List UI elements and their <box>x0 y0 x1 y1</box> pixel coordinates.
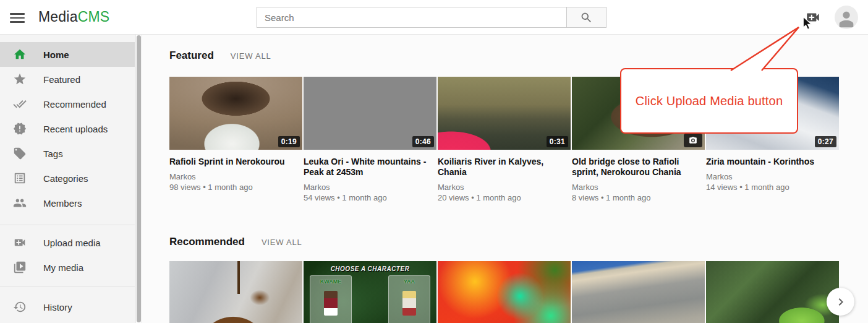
sidebar-item-recent-uploads[interactable]: Recent uploads <box>0 116 135 141</box>
home-icon <box>13 48 27 61</box>
scree-mountain-thumbnail[interactable] <box>572 261 705 323</box>
logo-text-media: Media <box>38 9 78 25</box>
categories-icon <box>13 171 27 185</box>
sidebar-item-categories[interactable]: Categories <box>0 166 135 191</box>
media-title[interactable]: Ziria mountain - Korinthos <box>706 157 839 167</box>
media-author[interactable]: Markos <box>169 172 302 182</box>
media-card: 0:31 Koiliaris River in Kalyves, Chania … <box>438 77 571 203</box>
recommended-view-all-link[interactable]: VIEW ALL <box>262 238 302 247</box>
media-card: CHOOSE A CHARACTER KWAME Selected YAA Se… <box>304 261 436 323</box>
sidebar-item-label: Home <box>43 50 69 60</box>
sidebar-item-home[interactable]: Home <box>0 42 135 67</box>
desert-mountains-thumbnail[interactable]: 0:46 <box>304 77 436 150</box>
media-title[interactable]: Rafioli Sprint in Nerokourou <box>169 157 302 167</box>
sidebar-item-label: Featured <box>43 74 80 85</box>
sidebar-item-label: Tags <box>43 149 63 159</box>
media-meta: 98 views • 1 month ago <box>169 182 302 192</box>
callout-text: Click Upload Media button <box>636 94 783 108</box>
game-character-select-thumbnail[interactable]: CHOOSE A CHARACTER KWAME Selected YAA Se… <box>304 261 436 323</box>
recommended-section-title: Recommended <box>169 236 245 248</box>
duration-badge: 0:31 <box>547 136 568 147</box>
game-character-panel: KWAME Selected <box>310 275 352 323</box>
media-author[interactable]: Markos <box>706 172 839 182</box>
search-bar <box>257 7 606 28</box>
pumpkin-craft-thumbnail[interactable] <box>169 261 302 323</box>
media-meta: 8 views • 1 month ago <box>572 192 705 203</box>
mouse-cursor <box>802 17 814 30</box>
sidebar-item-history[interactable]: History <box>0 295 135 319</box>
new-releases-icon <box>13 122 27 136</box>
mediacms-logo[interactable]: MediaCMS <box>38 9 109 25</box>
tutorial-callout: Click Upload Media button <box>620 68 798 134</box>
sidebar-item-featured[interactable]: Featured <box>0 67 135 92</box>
sidebar-scrollbar-thumb[interactable] <box>137 35 141 322</box>
media-title[interactable]: Old bridge close to Rafioli sprint, Nero… <box>572 157 705 178</box>
game-character-name: KWAME <box>310 278 351 285</box>
my-media-icon <box>13 261 27 274</box>
tag-icon <box>13 147 27 160</box>
media-card <box>572 261 705 323</box>
sidebar-item-label: History <box>43 302 72 312</box>
sidebar-nav: Home Featured Recommended Recent uploads… <box>0 35 135 323</box>
game-character-name: YAA <box>389 278 430 285</box>
person-icon <box>836 8 857 29</box>
media-title[interactable]: Koiliaris River in Kalyves, Chania <box>438 157 571 178</box>
sidebar-item-label: Recent uploads <box>43 124 108 134</box>
camera-icon <box>689 136 697 145</box>
members-icon <box>13 196 27 210</box>
duration-badge: 0:27 <box>815 136 836 147</box>
color-gradient-thumbnail[interactable] <box>438 261 571 323</box>
sidebar-item-label: Recommended <box>43 99 106 110</box>
search-button[interactable] <box>567 7 606 28</box>
game-screen-title: CHOOSE A CHARACTER <box>304 265 436 272</box>
star-icon <box>13 72 27 86</box>
game-character-sprite <box>324 291 338 316</box>
sidebar-item-label: Members <box>43 198 82 209</box>
game-character-sprite <box>402 291 416 316</box>
duration-badge: 0:19 <box>278 136 300 147</box>
menu-icon[interactable] <box>10 11 25 24</box>
double-check-icon <box>13 97 27 111</box>
media-meta: 54 views • 1 month ago <box>304 192 436 203</box>
logo-text-cms: CMS <box>78 9 110 25</box>
recommended-media-row: CHOOSE A CHARACTER KWAME Selected YAA Se… <box>169 261 839 323</box>
sidebar-item-members[interactable]: Members <box>0 191 135 215</box>
sidebar-item-label: Upload media <box>43 238 101 248</box>
duration-badge: 0:46 <box>412 136 434 147</box>
featured-section-title: Featured <box>169 50 214 62</box>
green-leaves-thumbnail[interactable] <box>706 261 839 323</box>
sidebar-item-my-media[interactable]: My media <box>0 255 135 280</box>
carousel-next-button[interactable] <box>827 288 854 316</box>
fountain-waterfall-thumbnail[interactable]: 0:19 <box>169 77 302 150</box>
media-card <box>438 261 571 323</box>
media-card <box>706 261 839 323</box>
media-card <box>169 261 302 323</box>
search-input[interactable] <box>257 7 567 28</box>
sidebar-item-upload-media[interactable]: Upload media <box>0 230 135 255</box>
media-author[interactable]: Markos <box>438 183 571 192</box>
sidebar-scrollbar <box>135 35 142 323</box>
callout-pointer <box>723 24 806 72</box>
chevron-right-icon <box>833 295 848 309</box>
sidebar-item-label: Categories <box>43 173 88 184</box>
sidebar-divider <box>0 225 135 225</box>
user-avatar[interactable] <box>835 6 858 29</box>
media-card: 0:19 Rafioli Sprint in Nerokourou Markos… <box>169 77 302 203</box>
media-meta: 20 views • 1 month ago <box>438 192 571 203</box>
upload-media-icon <box>13 236 27 249</box>
media-author[interactable]: Markos <box>572 183 705 192</box>
game-character-panel: YAA Select <box>388 275 430 323</box>
media-meta: 14 views • 1 month ago <box>706 182 839 192</box>
search-icon <box>580 11 593 24</box>
media-title[interactable]: Leuka Ori - White mountains - Peak at 24… <box>304 157 436 178</box>
river-kayak-thumbnail[interactable]: 0:31 <box>438 77 571 150</box>
sidebar-item-label: My media <box>43 262 83 273</box>
media-author[interactable]: Markos <box>304 183 436 192</box>
history-icon <box>13 300 27 314</box>
featured-view-all-link[interactable]: VIEW ALL <box>231 51 271 61</box>
sidebar-divider <box>0 286 135 287</box>
sidebar-item-tags[interactable]: Tags <box>0 141 135 166</box>
sidebar-item-recommended[interactable]: Recommended <box>0 92 135 116</box>
media-card: 0:46 Leuka Ori - White mountains - Peak … <box>304 77 436 203</box>
photo-type-badge <box>684 134 702 147</box>
